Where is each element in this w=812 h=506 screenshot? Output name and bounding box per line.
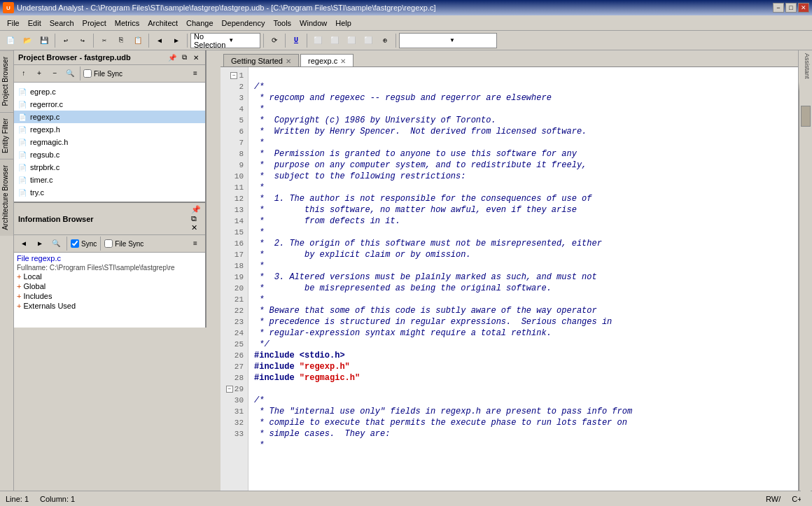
tab-close-icon[interactable]: ✕ [286, 57, 291, 65]
ib-filesync-input[interactable] [104, 239, 113, 248]
ib-section-local[interactable]: + Local [17, 272, 202, 281]
minimize-button[interactable]: − [773, 3, 784, 13]
ib-search-button[interactable]: 🔍 [49, 237, 63, 251]
menubar: File Edit Search Project Metrics Archite… [0, 15, 812, 31]
layout-btn-5[interactable]: ⊕ [377, 33, 393, 48]
forward-button[interactable]: ▶ [169, 33, 184, 48]
file-c-icon: 📄 [17, 86, 28, 97]
fold-button[interactable]: − [230, 72, 237, 79]
pb-search-button[interactable]: 🔍 [63, 66, 77, 80]
underline-button[interactable]: U [288, 33, 304, 48]
tab-regexp-c[interactable]: regexp.c ✕ [300, 54, 354, 66]
line-num-8: 8 [220, 148, 248, 160]
status-column: Column: 1 [40, 495, 75, 503]
redo-button[interactable]: ↪ [75, 33, 90, 48]
file-sync-checkbox[interactable]: File Sync [83, 69, 122, 78]
copy-button[interactable]: ⎘ [113, 33, 129, 48]
tree-item-regmagic[interactable]: 📄 regmagic.h [14, 136, 205, 148]
close-button[interactable]: ✕ [798, 3, 809, 13]
layout-btn-2[interactable]: ⬜ [327, 33, 342, 48]
ib-menu-button[interactable]: ≡ [188, 237, 202, 251]
menu-search[interactable]: Search [46, 17, 78, 29]
tree-item-try[interactable]: 📄 try.c [14, 186, 205, 199]
maximize-button[interactable]: □ [785, 3, 797, 13]
menu-edit[interactable]: Edit [24, 17, 46, 29]
ib-forward-button[interactable]: ▶ [33, 237, 47, 251]
no-selection-dropdown[interactable]: No Selection ▼ [190, 33, 260, 48]
sync-button[interactable]: ⟳ [267, 33, 282, 48]
pb-pin-icon[interactable]: 📌 [167, 52, 177, 62]
code-content[interactable]: /* * regcomp and regexec -- regsub and r… [248, 67, 798, 491]
ib-section-externals[interactable]: + Externals Used [17, 301, 202, 311]
undo-button[interactable]: ↩ [58, 33, 74, 48]
tree-item-timer[interactable]: 📄 timer.c [14, 174, 205, 186]
layout-btn-1[interactable]: ⬜ [310, 33, 326, 48]
menu-metrics[interactable]: Metrics [111, 17, 144, 29]
line-num-13: 13 [220, 204, 248, 216]
pb-up-button[interactable]: ↑ [17, 66, 31, 80]
fold-button[interactable]: − [226, 386, 233, 393]
tree-item-label: regsub.c [30, 150, 59, 159]
code-editor[interactable]: −1 2 3 4 5 6 7 8 9 10 11 12 13 14 15 16 … [220, 67, 798, 491]
tab-getting-started[interactable]: Getting Started ✕ [223, 54, 299, 66]
tree-item-egrep[interactable]: 📄 egrep.c [14, 85, 205, 98]
ib-close-icon[interactable]: ✕ [191, 223, 201, 232]
tree-item-regerror[interactable]: 📄 regerror.c [14, 98, 205, 111]
pb-sep [80, 66, 80, 80]
menu-file[interactable]: File [3, 17, 24, 29]
tree-item-regexp-h[interactable]: 📄 regexp.h [14, 123, 205, 136]
status-mode: RW/ [766, 495, 780, 503]
ib-toolbar: ◀ ▶ 🔍 Sync File Sync ≡ [14, 235, 205, 253]
entity-filter-tab[interactable]: Entity Filter [0, 112, 13, 159]
ib-header-icons: 📌 ⧉ ✕ [191, 205, 201, 232]
pb-expand-button[interactable]: + [32, 66, 46, 80]
file-sync-input[interactable] [83, 69, 92, 78]
tree-item-strpbrk[interactable]: 📄 strpbrk.c [14, 161, 205, 174]
ib-section-includes[interactable]: + Includes [17, 291, 202, 301]
open-button[interactable]: 📂 [20, 33, 35, 48]
ib-filesync-checkbox[interactable]: File Sync [104, 239, 144, 248]
ib-float-icon[interactable]: ⧉ [191, 214, 201, 223]
line-num-4: 4 [220, 104, 248, 115]
ib-section-global[interactable]: + Global [17, 281, 202, 291]
ib-sync-checkbox[interactable]: Sync [71, 239, 97, 248]
pb-collapse-button[interactable]: − [48, 66, 62, 80]
architecture-browser-tab[interactable]: Architecture Browser [0, 159, 13, 236]
menu-help[interactable]: Help [331, 17, 356, 29]
pb-menu-button[interactable]: ≡ [188, 66, 202, 80]
layout-btn-3[interactable]: ⬜ [344, 33, 359, 48]
tree-item-regexp-c[interactable]: 📄 regexp.c [14, 111, 205, 123]
ib-pin-icon[interactable]: 📌 [191, 205, 201, 214]
tab-close-icon[interactable]: ✕ [340, 57, 346, 65]
pb-tree[interactable]: 📄 egrep.c 📄 regerror.c 📄 regexp.c 📄 rege… [14, 83, 205, 202]
cut-button[interactable]: ✂ [97, 33, 112, 48]
titlebar: U Understand Analyst - C:\Program Files\… [0, 0, 812, 15]
menu-architect[interactable]: Architect [144, 17, 182, 29]
menu-window[interactable]: Window [295, 17, 331, 29]
no-selection-label: No Selection [194, 32, 225, 49]
pb-float-icon[interactable]: ⧉ [179, 52, 189, 62]
ib-back-button[interactable]: ◀ [17, 237, 31, 251]
ib-file-label[interactable]: File regexp.c [17, 254, 202, 262]
assistant-label: Assistant [799, 50, 812, 82]
layout-btn-4[interactable]: ⬜ [360, 33, 376, 48]
save-button[interactable]: 💾 [36, 33, 52, 48]
menu-dependency[interactable]: Dependency [218, 17, 270, 29]
pb-close-icon[interactable]: ✕ [191, 52, 201, 62]
line-num-14: 14 [220, 216, 248, 227]
expand-icon: + [17, 302, 21, 310]
ib-content: File regexp.c Fullname: C:\Program Files… [14, 253, 205, 328]
menu-project[interactable]: Project [78, 17, 111, 29]
menu-change[interactable]: Change [182, 17, 218, 29]
tree-item-regsub[interactable]: 📄 regsub.c [14, 148, 205, 161]
back-button[interactable]: ◀ [152, 33, 167, 48]
pb-header-icons: 📌 ⧉ ✕ [167, 52, 201, 62]
new-button[interactable]: 📄 [3, 33, 18, 48]
ib-sync-input[interactable] [71, 239, 79, 248]
toolbar-sep-5 [263, 34, 264, 48]
paste-button[interactable]: 📋 [130, 33, 146, 48]
menu-tools[interactable]: Tools [269, 17, 295, 29]
project-browser-tab[interactable]: Project Browser [0, 50, 13, 112]
dropdown-arrow-icon: ▼ [228, 37, 257, 43]
search-dropdown[interactable]: ▼ [399, 33, 497, 48]
